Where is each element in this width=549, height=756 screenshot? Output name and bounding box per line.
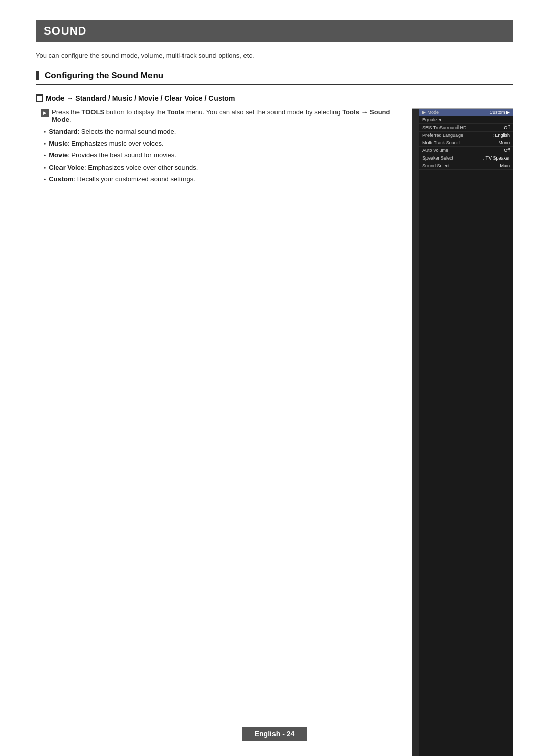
tv-row-lang-label: Preferred Language	[422, 133, 463, 138]
tv-menu-row-speaker: Speaker Select : TV Speaker	[419, 154, 513, 162]
mode-bullet-custom: Custom: Recalls your customized sound se…	[44, 174, 402, 184]
tv-row-mts-value: : Mono	[496, 140, 510, 145]
tv-row-soundselect-label: Sound Select	[422, 163, 450, 168]
tv-row-mode-label: ▶ Mode	[422, 110, 439, 115]
mode-bullet-standard: Standard: Selects the normal sound mode.	[44, 127, 402, 137]
mode-section-layout: ▶ Press the TOOLS button to display the …	[36, 106, 513, 756]
tv-menu-row-equalizer: Equalizer	[419, 116, 513, 124]
tv-menu-body: ▶ Mode Custom ▶ Equalizer SRS TruSurroun…	[419, 109, 513, 756]
footer-badge: English - 24	[242, 727, 307, 741]
tv-menu-row-lang: Preferred Language : English	[419, 132, 513, 139]
section-heading-label: Configuring the Sound Menu	[45, 71, 163, 81]
footer: English - 24	[0, 727, 549, 741]
tv-menu-row-mts: Multi-Track Sound : Mono	[419, 139, 513, 147]
mode-section-content: ▶ Press the TOOLS button to display the …	[36, 106, 402, 187]
mode-bullet-clearvoice: Clear Voice: Emphasizes voice over other…	[44, 163, 402, 173]
mode-bullets: Standard: Selects the normal sound mode.…	[44, 127, 402, 184]
page-title-bar: SOUND	[36, 20, 513, 42]
tv-row-speaker-value: : TV Speaker	[483, 155, 510, 161]
tv-row-speaker-label: Speaker Select	[422, 155, 453, 161]
section-heading-configuring: Configuring the Sound Menu	[36, 71, 513, 85]
mode-bullet-movie: Movie: Provides the best sound for movie…	[44, 150, 402, 161]
tv-menu-row-autovol: Auto Volume : Off	[419, 147, 513, 154]
tv-menu-inner: Sound ▶ Mode Custom ▶ Equalizer SRS TruS…	[412, 109, 513, 756]
mode-bullet-music: Music: Emphasizes music over voices.	[44, 139, 402, 149]
tv-row-autovol-label: Auto Volume	[422, 148, 448, 153]
tv-menu-row-srs: SRS TruSurround HD : Off	[419, 124, 513, 132]
tv-row-mode-value: Custom ▶	[489, 110, 510, 115]
page-title: SOUND	[44, 24, 505, 38]
tv-menu-screenshot: Sound ▶ Mode Custom ▶ Equalizer SRS TruS…	[412, 108, 513, 756]
mode-subsection: Mode → Standard / Music / Movie / Clear …	[36, 94, 513, 756]
tv-row-mts-label: Multi-Track Sound	[422, 140, 460, 145]
remote-icon-mode: ▶	[41, 109, 49, 117]
tv-row-autovol-value: : Off	[501, 148, 510, 153]
mode-note1: ▶ Press the TOOLS button to display the …	[41, 108, 402, 123]
mode-title-label: Mode → Standard / Music / Movie / Clear …	[46, 94, 235, 102]
mode-subsection-title: Mode → Standard / Music / Movie / Clear …	[36, 94, 513, 102]
tv-row-soundselect-value: : Main	[497, 163, 510, 168]
tv-row-srs-value: : Off	[501, 125, 510, 130]
tv-row-equalizer-label: Equalizer	[422, 117, 442, 122]
intro-text: You can configure the sound mode, volume…	[36, 52, 513, 59]
tv-menu-sidebar: Sound	[412, 109, 419, 756]
tv-row-srs-label: SRS TruSurround HD	[422, 125, 467, 130]
checkbox-icon-mode	[36, 94, 43, 102]
mode-note1-text: Press the TOOLS button to display the To…	[52, 108, 402, 123]
tv-row-lang-value: : English	[492, 133, 510, 138]
tv-menu-row-mode: ▶ Mode Custom ▶	[419, 109, 513, 116]
tv-menu-row-soundselect: Sound Select : Main	[419, 162, 513, 170]
